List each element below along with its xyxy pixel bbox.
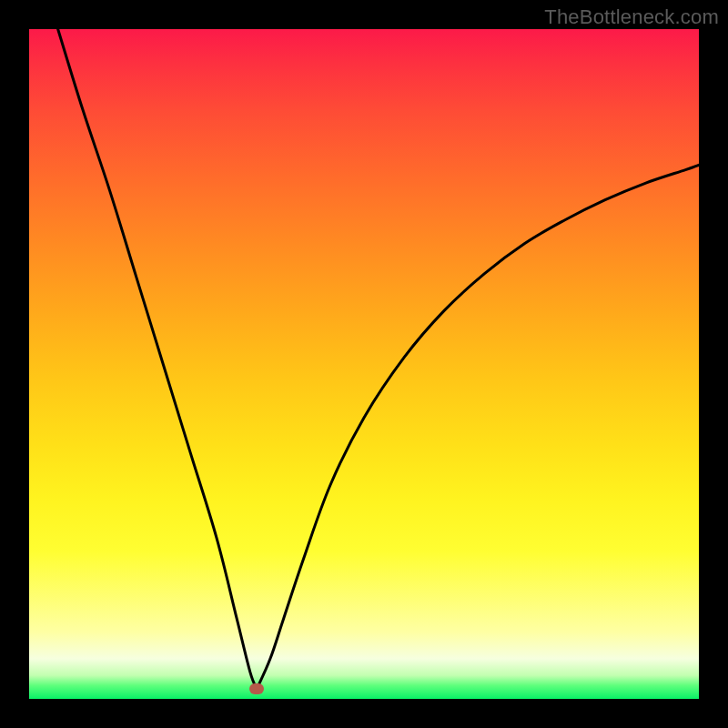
plot-area [29,29,699,699]
chart-frame: TheBottleneck.com [0,0,728,728]
watermark-text: TheBottleneck.com [544,5,719,29]
bottleneck-curve [29,29,699,699]
minimum-marker [249,683,264,694]
curve-right-branch [257,165,699,689]
curve-left-branch [58,29,258,689]
